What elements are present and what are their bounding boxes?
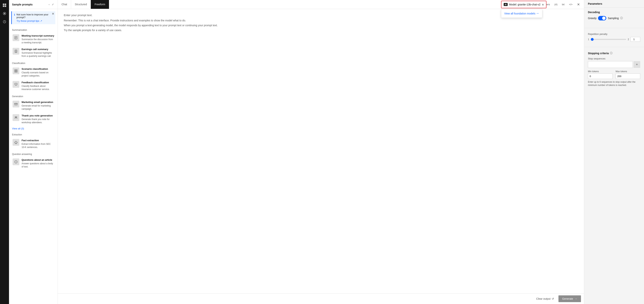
svg-rect-0 bbox=[3, 4, 4, 5]
max-tokens-field: Max tokens bbox=[616, 70, 640, 79]
qa-text: Questions about an article Answer questi… bbox=[22, 158, 54, 168]
stop-sequences-label: Stop sequences bbox=[588, 57, 640, 60]
external-link-icon: ↗ bbox=[40, 20, 42, 22]
info-banner-close-button[interactable]: ✕ bbox=[52, 12, 54, 16]
feedback-class-text: Feedback classification Classify feedbac… bbox=[22, 81, 54, 91]
svg-marker-20 bbox=[14, 141, 18, 144]
qa-title: Questions about an article bbox=[22, 158, 54, 162]
max-tokens-input[interactable] bbox=[616, 74, 640, 79]
meeting-transcript-icon bbox=[12, 34, 19, 41]
qa-desc: Answer questions about a body of text. bbox=[22, 162, 54, 168]
stopping-title-row: Stopping criteria ⓘ bbox=[588, 52, 640, 55]
toggle-slider bbox=[598, 16, 606, 20]
tab-group: Chat Structured Freeform bbox=[58, 0, 109, 9]
model-dropdown-wrapper: AI Model: granite-13b-chat-v2 ∧ View all… bbox=[501, 0, 546, 8]
list-item[interactable]: Fact extraction Extract information from… bbox=[9, 137, 58, 150]
prompt-tips-link[interactable]: Try these prompt tips ↗ bbox=[16, 20, 53, 22]
generate-button[interactable]: Generate → bbox=[558, 295, 581, 302]
svg-text:?: ? bbox=[16, 161, 16, 163]
sampling-label: Sampling bbox=[608, 17, 619, 20]
history-nav-icon[interactable] bbox=[1, 18, 8, 26]
feedback-class-icon bbox=[12, 81, 19, 88]
clear-output-button[interactable]: Clear output ↺ bbox=[534, 296, 556, 302]
section-label-generation: Generation bbox=[9, 93, 58, 99]
fact-extraction-text: Fact extraction Extract information from… bbox=[22, 139, 54, 149]
thankyou-note-text: Thank you note generation Generate thank… bbox=[22, 114, 54, 124]
feedback-class-desc: Classify feedback about insurance custom… bbox=[22, 84, 54, 91]
view-all-generation-link[interactable]: View all (3) bbox=[9, 126, 27, 131]
svg-rect-15 bbox=[16, 71, 17, 72]
fact-extraction-icon bbox=[12, 139, 19, 146]
prompt-hint: Try the sample prompts for a variety of … bbox=[64, 29, 578, 32]
code-button[interactable]: </> bbox=[567, 2, 574, 7]
stop-sequences-hint: Enter up to 6 sequences to stop output a… bbox=[588, 80, 640, 87]
list-item[interactable]: Meeting transcript summary Summarize the… bbox=[9, 32, 58, 46]
prompt-line1: Remember: This is not a chat interface. … bbox=[64, 19, 578, 22]
section-label-extraction: Extraction bbox=[9, 131, 58, 137]
svg-rect-16 bbox=[15, 83, 17, 85]
grid-nav-icon[interactable] bbox=[1, 2, 8, 9]
svg-rect-14 bbox=[15, 71, 16, 72]
list-item[interactable]: Thank you note generation Generate thank… bbox=[9, 112, 58, 126]
bottom-action-bar: Clear output ↺ Generate → bbox=[58, 293, 584, 304]
svg-point-18 bbox=[15, 117, 16, 118]
right-panel-header: Parameters bbox=[584, 0, 644, 8]
repetition-penalty-input[interactable] bbox=[630, 37, 640, 42]
info-banner-message: Not sure how to improve your prompt? bbox=[16, 13, 53, 19]
decoding-toggle[interactable] bbox=[598, 16, 606, 20]
min-tokens-input[interactable] bbox=[588, 74, 613, 79]
list-item[interactable]: Earnings call summary Summarize financia… bbox=[9, 46, 58, 60]
sidebar-back-button[interactable]: ‹ bbox=[48, 2, 50, 6]
svg-rect-2 bbox=[3, 6, 4, 7]
info-banner-content: ℹ Not sure how to improve your prompt? T… bbox=[14, 13, 53, 22]
scenario-class-text: Scenario classification Classify scenari… bbox=[22, 68, 54, 77]
stopping-criteria-title: Stopping criteria bbox=[588, 52, 609, 55]
decoding-info-icon[interactable]: ⓘ bbox=[620, 16, 623, 20]
close-panel-button[interactable]: ✕ bbox=[575, 1, 582, 8]
stop-sequences-input[interactable] bbox=[588, 61, 633, 68]
text-button[interactable]: txt bbox=[560, 2, 566, 7]
left-navigation bbox=[0, 0, 9, 304]
stopping-criteria-section: Stopping criteria ⓘ Stop sequences + Min… bbox=[584, 48, 644, 90]
sidebar-header: Sample prompts ‹ ⤢ bbox=[9, 0, 58, 9]
scenario-class-title: Scenario classification bbox=[22, 68, 54, 71]
sample-prompts-sidebar: Sample prompts ‹ ⤢ ✕ ℹ Not sure how to i… bbox=[9, 0, 58, 304]
svg-rect-3 bbox=[5, 6, 6, 7]
tab-structured[interactable]: Structured bbox=[71, 0, 91, 9]
model-dropdown-menu: View all foundation models → bbox=[501, 9, 542, 18]
view-all-models-item[interactable]: View all foundation models → bbox=[501, 9, 542, 18]
list-item[interactable]: ? Questions about an article Answer ques… bbox=[9, 156, 58, 170]
cursor-nav-icon[interactable] bbox=[1, 10, 8, 17]
prompt-area[interactable]: Enter your prompt text. Remember: This i… bbox=[58, 9, 584, 293]
marketing-email-icon bbox=[12, 101, 19, 108]
svg-rect-13 bbox=[16, 70, 17, 71]
earnings-call-icon bbox=[12, 48, 19, 54]
svg-point-19 bbox=[16, 117, 17, 118]
thankyou-note-desc: Generate thank you note for workshop att… bbox=[22, 118, 54, 124]
list-item[interactable]: Marketing email generation Generate emai… bbox=[9, 99, 58, 112]
stopping-criteria-info-icon[interactable]: ⓘ bbox=[610, 52, 612, 55]
fact-extraction-desc: Extract information from SEC 10-K senten… bbox=[22, 142, 54, 149]
add-stop-sequence-button[interactable]: + bbox=[634, 61, 640, 68]
repetition-penalty-label: Repetition penalty bbox=[588, 33, 640, 36]
slider-max-label: 2 bbox=[628, 38, 629, 41]
sidebar-expand-button[interactable]: ⤢ bbox=[51, 2, 54, 6]
right-parameters-panel: Parameters Decoding Greedy Sampling ⓘ Re… bbox=[584, 0, 644, 304]
main-content-area: Chat Structured Freeform AI Model: grani… bbox=[58, 0, 584, 304]
earnings-call-desc: Summarize financial highlights from a qu… bbox=[22, 52, 54, 58]
repetition-penalty-slider[interactable] bbox=[591, 39, 626, 40]
list-item[interactable]: Feedback classification Classify feedbac… bbox=[9, 79, 58, 93]
sidebar-title: Sample prompts bbox=[12, 3, 33, 6]
greedy-label: Greedy bbox=[588, 17, 596, 20]
thankyou-note-icon bbox=[12, 114, 19, 121]
tab-freeform[interactable]: Freeform bbox=[91, 0, 109, 9]
marketing-email-text: Marketing email generation Generate emai… bbox=[22, 101, 54, 110]
list-item[interactable]: Scenario classification Classify scenari… bbox=[9, 66, 58, 79]
scenario-class-desc: Classify scenario based on project categ… bbox=[22, 71, 54, 78]
divider-1 bbox=[584, 28, 644, 28]
thankyou-note-title: Thank you note generation bbox=[22, 114, 54, 118]
hash-button[interactable]: (#) bbox=[553, 2, 560, 7]
decoding-section: Decoding Greedy Sampling ⓘ bbox=[584, 8, 644, 26]
model-selector-button[interactable]: AI Model: granite-13b-chat-v2 ∧ bbox=[501, 1, 546, 8]
tab-chat[interactable]: Chat bbox=[58, 0, 71, 9]
